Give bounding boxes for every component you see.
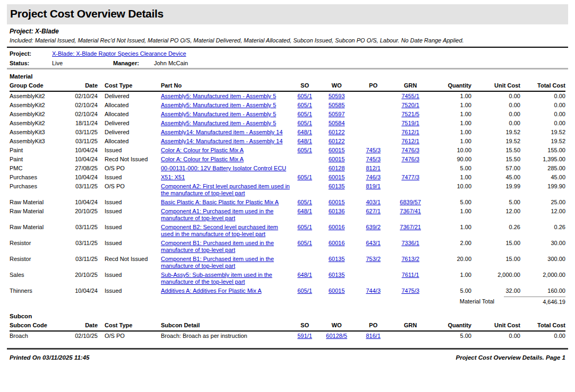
grn-cell — [392, 182, 429, 198]
part-no-link[interactable]: Assembly5: Manufactured item - Assembly … — [161, 120, 276, 126]
wo-link-cell: 60135 — [319, 182, 355, 198]
so-link[interactable]: 605/1 — [297, 224, 312, 230]
so-link[interactable]: 605/1 — [297, 102, 312, 108]
part-no-link[interactable]: Color A: Colour for Plastic Mix A — [161, 147, 244, 153]
part-no-link[interactable]: Component A1: Purchased item used in the… — [161, 208, 273, 221]
grn-link[interactable]: 7336/1 — [401, 240, 419, 246]
po-link[interactable]: 745/3 — [366, 156, 381, 162]
so-link[interactable]: 648/1 — [297, 208, 312, 214]
so-link[interactable]: 605/1 — [297, 147, 312, 153]
grn-link[interactable]: 7475/3 — [401, 288, 419, 294]
grn-link[interactable]: 7612/1 — [401, 138, 419, 144]
part-no-link-cell: Color A: Colour for Plastic Mix A — [159, 146, 291, 155]
so-link[interactable]: 605/1 — [297, 174, 312, 180]
project-link[interactable]: X-Blade: X-Blade Raptor Species Clearanc… — [52, 50, 186, 57]
manager-label: Manager: — [113, 59, 154, 67]
po-link[interactable]: 745/3 — [366, 147, 381, 153]
so-link[interactable]: 605/1 — [297, 111, 312, 117]
part-no-link[interactable]: Component B2: Second level purchased ite… — [161, 224, 278, 237]
grn-link-cell: 7611/1 — [392, 271, 429, 286]
part-no-link[interactable]: Component B1: Purchased item used in the… — [161, 256, 274, 269]
grn-link[interactable]: 7477/3 — [401, 174, 419, 180]
part-no-link[interactable]: Component B1: Purchased item used in the… — [161, 240, 274, 253]
material-column-header: WO — [319, 81, 355, 91]
grn-link[interactable]: 7455/1 — [401, 93, 419, 99]
po-link[interactable]: 819/1 — [366, 183, 381, 189]
grn-link[interactable]: 7519/1 — [401, 120, 419, 126]
so-link[interactable]: 648/1 — [297, 138, 312, 144]
po-link[interactable]: 744/3 — [366, 288, 381, 294]
wo-link[interactable]: 60015 — [329, 288, 345, 294]
po-link[interactable]: 643/1 — [366, 240, 381, 246]
po-link[interactable]: 639/2 — [366, 224, 381, 230]
wo-link[interactable]: 50593 — [329, 93, 345, 99]
wo-link[interactable]: 60015 — [329, 147, 345, 153]
quantity-cell: 2.00 — [429, 239, 471, 255]
grn-link[interactable]: 7476/3 — [401, 147, 419, 153]
wo-link[interactable]: 60016 — [329, 240, 345, 246]
part-no-link[interactable]: Assembly5: Manufactured item - Assembly … — [161, 111, 276, 117]
part-no-link[interactable]: X51: X51 — [161, 174, 185, 180]
wo-link[interactable]: 50597 — [329, 111, 345, 117]
wo-link[interactable]: 60136 — [329, 208, 345, 214]
part-no-link[interactable]: 00-00131-000: 12V Battery Isolator Contr… — [161, 165, 286, 171]
part-no-link[interactable]: Assembly5: Manufactured item - Assembly … — [161, 93, 276, 99]
po-link[interactable]: 403/1 — [366, 199, 381, 205]
grn-link[interactable]: 7367/41 — [400, 208, 421, 214]
part-no-link[interactable]: Component A2: First level purchased item… — [161, 183, 290, 196]
total-cost-cell: 19.52 — [520, 137, 565, 146]
part-no-link[interactable]: Assembly5: Manufactured item - Assembly … — [161, 102, 276, 108]
wo-link[interactable]: 60016 — [329, 224, 345, 230]
wo-link[interactable]: 60135 — [329, 256, 345, 262]
wo-link[interactable]: 60128 — [329, 165, 345, 171]
grn-link[interactable]: 7520/1 — [401, 102, 419, 108]
wo-link[interactable]: 60128/5 — [326, 333, 347, 339]
po-link[interactable]: 746/3 — [366, 174, 381, 180]
part-no-link[interactable]: Additives A: Additives For Plastic Mix A — [161, 288, 262, 294]
so-link[interactable]: 605/1 — [297, 288, 312, 294]
part-no-link[interactable]: Basic Plastic A: Basic Plastic for Plast… — [161, 199, 279, 205]
material-column-header: GRN — [392, 81, 429, 91]
so-link-cell: 648/1 — [291, 207, 319, 223]
so-link[interactable]: 648/1 — [297, 272, 312, 278]
part-no-link[interactable]: Color A: Colour for Plastic Mix A — [161, 156, 244, 162]
so-link[interactable]: 591/1 — [297, 333, 312, 339]
so-link[interactable]: 648/1 — [297, 129, 312, 135]
report-meta: Project: X-Blade Included: Material Issu… — [10, 28, 565, 44]
table-row: Resistor03/11/25Recd Not IssuedComponent… — [10, 255, 565, 271]
wo-link[interactable]: 60135 — [329, 183, 345, 189]
grn-link[interactable]: 7612/1 — [401, 129, 419, 135]
cost-type-cell: Issued — [98, 173, 159, 182]
total-cost-cell: 0.00 — [520, 119, 565, 128]
so-link[interactable]: 605/1 — [297, 199, 312, 205]
unit-cost-cell: 12.00 — [471, 207, 520, 223]
part-no-link[interactable]: Sub-Assy5: Sub-assembly item used in the… — [161, 272, 272, 285]
wo-link[interactable]: 50584 — [329, 120, 345, 126]
po-link[interactable]: 627/1 — [366, 208, 381, 214]
wo-link[interactable]: 50585 — [329, 102, 345, 108]
po-link[interactable]: 816/1 — [366, 333, 381, 339]
page-info-text: Project Cost Overview Details. Page 1 — [456, 354, 565, 361]
part-no-link[interactable]: Assembly14: Manufactured item - Assembly… — [161, 138, 282, 144]
po-link[interactable]: 812/1 — [366, 165, 381, 171]
wo-link[interactable]: 60015 — [329, 174, 345, 180]
grn-link[interactable]: 6839/57 — [400, 199, 421, 205]
grn-link[interactable]: 7613/2 — [401, 256, 419, 262]
so-link[interactable]: 605/1 — [297, 120, 312, 126]
grn-link[interactable]: 7476/3 — [401, 156, 419, 162]
subcon-column-header: Date — [66, 321, 98, 331]
wo-link[interactable]: 60122 — [329, 129, 345, 135]
wo-link[interactable]: 60135 — [329, 272, 345, 278]
cost-type-cell: Issued — [98, 239, 159, 255]
grn-link[interactable]: 7611/1 — [402, 272, 419, 278]
wo-link[interactable]: 60122 — [329, 138, 345, 144]
po-link[interactable]: 753/2 — [366, 256, 381, 262]
date-cell: 18/11/24 — [66, 119, 98, 128]
wo-link[interactable]: 60015 — [329, 156, 345, 162]
so-link[interactable]: 605/1 — [297, 93, 312, 99]
grn-link[interactable]: 7521/5 — [401, 111, 419, 117]
so-link[interactable]: 605/1 — [297, 240, 312, 246]
wo-link[interactable]: 60015 — [329, 199, 345, 205]
grn-link[interactable]: 7367/21 — [400, 224, 421, 230]
part-no-link[interactable]: Assembly14: Manufactured item - Assembly… — [161, 129, 282, 135]
